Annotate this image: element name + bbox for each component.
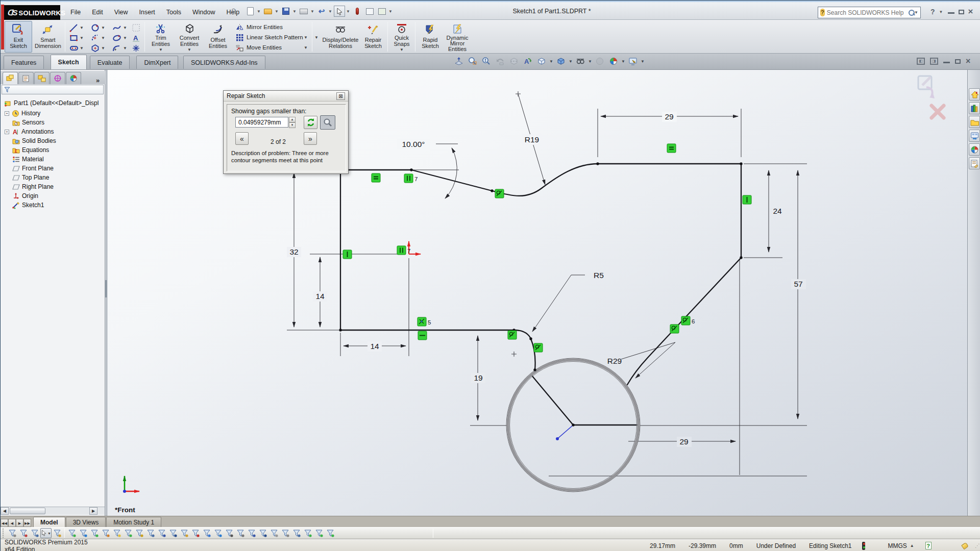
file-explorer-button[interactable] [969, 116, 980, 128]
expand-icon[interactable]: + [5, 111, 9, 116]
polygon-dropdown-icon[interactable]: ▼ [101, 46, 105, 51]
open-document-button[interactable] [262, 6, 274, 17]
tree-item-front-plane[interactable]: Front Plane [1, 164, 105, 173]
close-button[interactable]: × [968, 7, 973, 17]
displaymanager-tab[interactable] [66, 72, 81, 84]
home-button[interactable] [969, 88, 980, 101]
filter-faces-icon[interactable] [89, 528, 100, 538]
relation-parallel-badge[interactable]: 7 [404, 174, 418, 183]
help-search-box[interactable]: ? ▼ [818, 7, 921, 18]
units-dropdown-icon[interactable]: ▲ [910, 543, 914, 548]
toolbar-grip[interactable] [3, 529, 5, 538]
line-dropdown-icon[interactable]: ▼ [80, 26, 84, 30]
save-dropdown-icon[interactable]: ▼ [292, 9, 297, 14]
options-button[interactable] [376, 6, 387, 17]
relation-equal-badge[interactable] [372, 173, 380, 182]
sketch-slot-button[interactable] [69, 43, 79, 53]
slot-dropdown-icon[interactable]: ▼ [80, 46, 84, 51]
gap-value-input[interactable] [235, 117, 288, 128]
filter-vertices-icon[interactable] [66, 528, 78, 538]
rotate-view-icon[interactable]: A [522, 55, 534, 67]
refresh-button[interactable] [304, 116, 317, 129]
tree-item-equations[interactable]: ΣEquations [1, 145, 105, 155]
circle-dropdown-icon[interactable]: ▼ [101, 26, 105, 30]
menu-pin-icon[interactable]: ⚲ [231, 7, 240, 16]
quick-tips-icon[interactable] [862, 542, 866, 550]
tree-item-annotations[interactable]: +AAnnotations [1, 127, 105, 136]
view-orientation-dropdown-icon[interactable]: ▼ [549, 59, 553, 64]
move-entities-button[interactable]: Move Entities [247, 44, 282, 51]
select-dropdown-icon[interactable]: ▼ [346, 9, 351, 14]
design-library-button[interactable] [969, 102, 980, 114]
sketch-point-button[interactable] [131, 43, 141, 53]
previous-gap-button[interactable]: « [235, 132, 249, 145]
rapid-sketch-button[interactable]: Rapid Sketch [418, 21, 443, 53]
restore-button[interactable] [959, 7, 964, 16]
sketch-centerpoint-arc-button[interactable] [90, 33, 100, 43]
print-dropdown-icon[interactable]: ▼ [310, 9, 315, 14]
doc-restore-button[interactable] [955, 57, 961, 66]
sketch-spline-button[interactable] [112, 23, 121, 33]
filter-blocks-icon[interactable] [280, 528, 291, 538]
unit-system[interactable]: MMGS [888, 542, 906, 549]
panel-horizontal-scrollbar[interactable]: ◀ ▶ [1, 507, 105, 515]
tree-item-sensors[interactable]: Sensors [1, 118, 105, 127]
tab-scroll-prev-icon[interactable]: ◀ [8, 519, 16, 527]
view-palette-button[interactable] [969, 130, 980, 142]
doc-tab-motion-study-1[interactable]: Motion Study 1 [106, 517, 161, 527]
group-overflow-icon[interactable]: ▼ [314, 35, 318, 40]
open-dropdown-icon[interactable]: ▼ [275, 9, 279, 14]
filter-sketch-points-icon[interactable] [145, 528, 156, 538]
minimize-button[interactable] [948, 7, 954, 16]
print-button[interactable] [298, 6, 309, 17]
menu-file[interactable]: File [66, 7, 85, 17]
relation-tangent-badge[interactable] [495, 189, 504, 198]
filter-center-marks-icon[interactable] [190, 528, 201, 538]
undo-dropdown-icon[interactable]: ▼ [328, 9, 333, 14]
options-dropdown-icon[interactable]: ▼ [388, 9, 393, 14]
filter-sketches-icon[interactable] [156, 528, 167, 538]
display-style-dropdown-icon[interactable]: ▼ [569, 59, 573, 64]
select-tool-icon[interactable]: ▼ [40, 528, 52, 538]
display-style-icon[interactable] [555, 55, 567, 67]
sketch-circle-button[interactable] [90, 23, 100, 33]
filter-centerlines-icon[interactable] [201, 528, 212, 538]
tags-icon[interactable] [961, 542, 969, 549]
record-indicator-icon[interactable] [352, 6, 363, 17]
tree-item-solid-bodies[interactable]: Solid Bodies [1, 136, 105, 145]
dimension-labels[interactable]: 32 14 14 29 R19 10.00° 24 57 19 [287, 112, 806, 447]
panel-tabs-overflow-icon[interactable]: » [96, 77, 100, 84]
menu-window[interactable]: Window [188, 7, 219, 17]
filter-axes-icon[interactable] [122, 528, 134, 538]
edit-appearance-dropdown-icon[interactable]: ▼ [641, 59, 645, 64]
rectangle-dropdown-icon[interactable]: ▼ [80, 36, 84, 40]
filter-planes-icon[interactable] [134, 528, 145, 538]
tab-sketch[interactable]: Sketch [51, 55, 87, 69]
relation-vertical-badge[interactable] [343, 250, 352, 259]
tree-item-origin[interactable]: Origin [1, 191, 105, 201]
relation-tangent-badge[interactable] [670, 324, 679, 333]
sketch-profile[interactable] [340, 164, 741, 425]
spline-dropdown-icon[interactable]: ▼ [123, 26, 127, 30]
convert-entities-button[interactable]: Convert Entities ▼ [175, 21, 204, 53]
menu-tools[interactable]: Tools [162, 7, 186, 17]
select-button[interactable] [334, 6, 345, 17]
help-dropdown-icon[interactable]: ▼ [939, 10, 944, 14]
scrollbar-thumb[interactable] [10, 508, 45, 514]
tree-item-history[interactable]: +History [1, 109, 105, 118]
pattern-dropdown-icon[interactable]: ▼ [304, 35, 308, 40]
toggle-selection-filters-icon[interactable] [18, 528, 29, 538]
menu-insert[interactable]: Insert [135, 7, 160, 17]
dialog-title-bar[interactable]: Repair Sketch ⊠ [224, 91, 348, 102]
tree-item-right-plane[interactable]: Right Plane [1, 182, 105, 191]
hide-show-items-icon[interactable] [574, 55, 586, 67]
trim-dropdown-icon[interactable]: ▼ [159, 47, 163, 52]
filter-surface-bodies-icon[interactable] [100, 528, 111, 538]
configurationmanager-tab[interactable] [34, 72, 50, 84]
scroll-right-icon[interactable]: ▶ [89, 507, 97, 515]
graphics-area[interactable]: 32 14 14 29 R19 10.00° 24 57 19 [108, 70, 967, 516]
search-input[interactable] [827, 9, 906, 16]
tab-scroll-first-icon[interactable]: ◀◀ [1, 519, 8, 527]
filter-cosmetic-threads-icon[interactable] [291, 528, 302, 538]
relation-horizontal-badge[interactable] [418, 331, 427, 340]
